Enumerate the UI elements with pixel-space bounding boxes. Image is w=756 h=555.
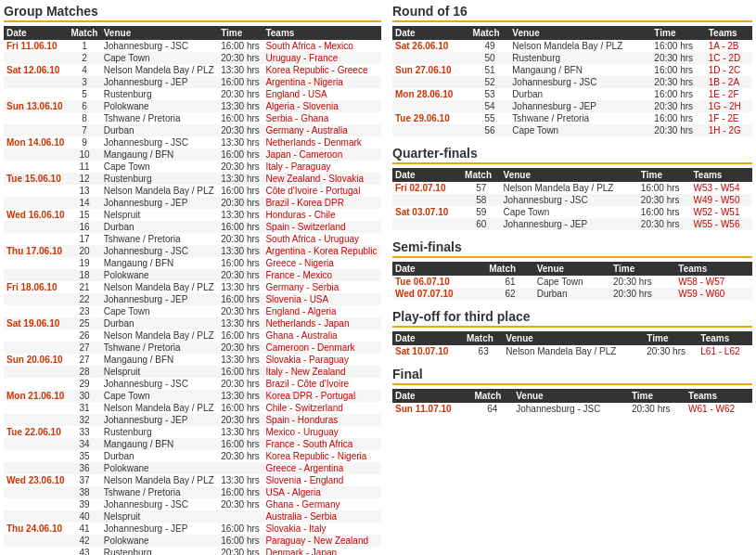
teams-cell: W59 - W60 <box>675 288 752 300</box>
match-cell: 63 <box>464 345 503 357</box>
match-cell: 43 <box>68 547 100 555</box>
teams-cell: Netherlands - Denmark <box>263 136 381 148</box>
date-cell <box>4 148 68 161</box>
semi-finals-table: Date Match Venue Time Teams Tue 06.07.10… <box>392 262 752 300</box>
venue-cell: Cape Town <box>501 206 638 218</box>
date-cell: Thu 24.06.10 <box>4 523 68 535</box>
teams-cell: Honduras - Chile <box>263 209 381 221</box>
teams-cell: 1C - 2D <box>706 52 752 64</box>
teams-cell: Argentina - Korea Republic <box>263 245 381 257</box>
time-cell: 16:00 hrs <box>218 148 263 161</box>
table-row: Tue 06.07.1061Cape Town20:30 hrsW58 - W5… <box>392 276 752 288</box>
teams-cell: Spain - Switzerland <box>263 221 381 233</box>
time-cell: 13:30 hrs <box>218 209 263 221</box>
tp-col-venue: Venue <box>503 331 644 345</box>
third-place-table: Date Match Venue Time Teams Sat 10.07.10… <box>392 331 752 357</box>
date-cell <box>4 438 68 450</box>
teams-cell: Chile - Switzerland <box>263 402 381 414</box>
date-cell: Sun 27.06.10 <box>392 64 470 76</box>
match-cell: 35 <box>68 450 100 462</box>
time-cell: 16:00 hrs <box>218 112 263 124</box>
table-row: Sun 13.06.106Polokwane13:30 hrsAlgeria -… <box>4 100 381 112</box>
teams-cell: Slovenia - England <box>263 474 381 486</box>
date-cell <box>4 329 68 342</box>
table-row: Fri 18.06.1021Nelson Mandela Bay / PLZ13… <box>4 281 381 293</box>
date-cell <box>392 100 470 112</box>
sf-col-date: Date <box>392 262 486 276</box>
venue-cell: Johannesburg - JEP <box>101 197 218 209</box>
venue-cell: Mangaung / BFN <box>101 438 218 450</box>
time-cell: 20:30 hrs <box>610 276 675 288</box>
venue-cell: Cape Town <box>101 52 218 64</box>
table-row: 5Rustenburg20:30 hrsEngland - USA <box>4 88 381 100</box>
time-cell: 20:30 hrs <box>638 194 691 206</box>
table-row: 50Rustenburg20:30 hrs1C - 2D <box>392 52 752 64</box>
venue-cell: Durban <box>509 88 651 100</box>
venue-cell: Nelspruit <box>101 209 218 221</box>
date-cell <box>4 52 68 64</box>
time-cell: 13:30 hrs <box>218 64 263 76</box>
date-cell <box>4 414 68 426</box>
time-cell: 13:30 hrs <box>218 474 263 486</box>
match-cell: 41 <box>68 523 100 535</box>
teams-cell: Slovakia - Italy <box>263 523 381 535</box>
teams-cell: South Africa - Uruguay <box>263 233 381 245</box>
venue-cell: Johannesburg - JSC <box>501 194 638 206</box>
sf-col-match: Match <box>486 262 533 276</box>
venue-cell: Durban <box>101 317 218 329</box>
table-row: Mon 28.06.1053Durban16:00 hrs1E - 2F <box>392 88 752 100</box>
venue-cell: Johannesburg - JSC <box>101 136 218 148</box>
round-of-16-table: Date Match Venue Time Teams Sat 26.06.10… <box>392 26 752 136</box>
time-cell: 20:30 hrs <box>218 378 263 390</box>
venue-cell: Durban <box>101 124 218 136</box>
time-cell: 16:00 hrs <box>218 535 263 547</box>
round-of-16-title: Round of 16 <box>392 4 752 22</box>
tp-col-teams: Teams <box>698 331 752 345</box>
time-cell: 13:30 hrs <box>218 317 263 329</box>
match-cell: 28 <box>68 366 100 378</box>
match-cell: 17 <box>68 233 100 245</box>
table-row: 58Johannesburg - JSC20:30 hrsW49 - W50 <box>392 194 752 206</box>
date-cell: Mon 28.06.10 <box>392 88 470 100</box>
table-row: 39Johannesburg - JSC20:30 hrsGhana - Ger… <box>4 498 381 510</box>
match-cell: 4 <box>68 64 100 76</box>
teams-cell: Cameroon - Denmark <box>263 342 381 354</box>
table-row: Sat 12.06.104Nelson Mandela Bay / PLZ13:… <box>4 64 381 76</box>
match-cell: 22 <box>68 293 100 305</box>
match-cell: 57 <box>462 182 500 194</box>
table-row: 3Johannesburg - JEP16:00 hrsArgentina - … <box>4 76 381 88</box>
time-cell: 16:00 hrs <box>218 293 263 305</box>
date-cell <box>4 112 68 124</box>
table-row: Sun 20.06.1027Mangaung / BFN13:30 hrsSlo… <box>4 354 381 366</box>
time-cell: 20:30 hrs <box>651 100 705 112</box>
match-cell: 49 <box>470 40 510 52</box>
table-row: 27Tshwane / Pretoria20:30 hrsCameroon - … <box>4 342 381 354</box>
venue-cell: Tshwane / Pretoria <box>509 112 651 124</box>
date-cell <box>4 342 68 354</box>
time-cell: 20:30 hrs <box>610 288 675 300</box>
tp-col-time: Time <box>644 331 698 345</box>
venue-cell: Mangaung / BFN <box>101 148 218 161</box>
table-row: 17Tshwane / Pretoria20:30 hrsSouth Afric… <box>4 233 381 245</box>
teams-cell: Mexico - Uruguay <box>263 426 381 438</box>
date-cell <box>4 450 68 462</box>
date-cell <box>4 124 68 136</box>
venue-cell: Rustenburg <box>101 426 218 438</box>
teams-cell: Serbia - Ghana <box>263 112 381 124</box>
table-row: 43Rustenburg20:30 hrsDenmark - Japan <box>4 547 381 555</box>
teams-cell: Brazil - Korea DPR <box>263 197 381 209</box>
time-cell: 20:30 hrs <box>218 547 263 555</box>
venue-cell: Johannesburg - JSC <box>101 40 218 52</box>
date-cell: Wed 07.07.10 <box>392 288 486 300</box>
knockout-section: Round of 16 Date Match Venue Time Teams … <box>389 4 752 555</box>
table-row: Sat 26.06.1049Nelson Mandela Bay / PLZ16… <box>392 40 752 52</box>
col-time: Time <box>218 26 263 40</box>
date-cell <box>4 293 68 305</box>
time-cell: 20:30 hrs <box>651 52 705 64</box>
time-cell: 20:30 hrs <box>218 52 263 64</box>
teams-cell: Italy - Paraguay <box>263 161 381 173</box>
date-cell: Thu 17.06.10 <box>4 245 68 257</box>
date-cell <box>4 185 68 197</box>
date-cell <box>4 88 68 100</box>
table-row: 26Nelson Mandela Bay / PLZ16:00 hrsGhana… <box>4 329 381 342</box>
